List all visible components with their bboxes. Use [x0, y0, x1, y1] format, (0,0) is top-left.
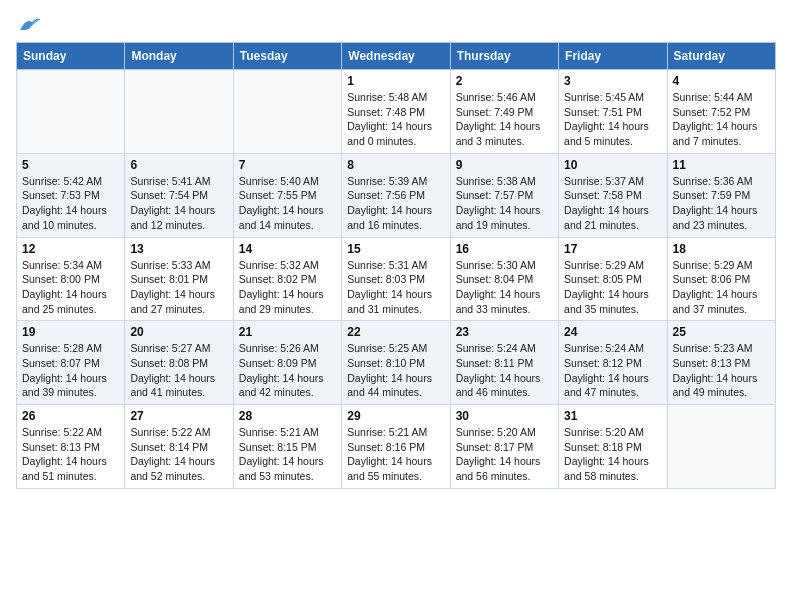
- day-number: 29: [347, 409, 444, 423]
- day-number: 6: [130, 158, 227, 172]
- day-info: Sunrise: 5:22 AMSunset: 8:14 PMDaylight:…: [130, 425, 227, 484]
- calendar-cell: 27Sunrise: 5:22 AMSunset: 8:14 PMDayligh…: [125, 405, 233, 489]
- calendar-header-row: SundayMondayTuesdayWednesdayThursdayFrid…: [17, 43, 776, 70]
- calendar-table: SundayMondayTuesdayWednesdayThursdayFrid…: [16, 42, 776, 489]
- day-info: Sunrise: 5:26 AMSunset: 8:09 PMDaylight:…: [239, 341, 336, 400]
- day-number: 11: [673, 158, 770, 172]
- day-info: Sunrise: 5:25 AMSunset: 8:10 PMDaylight:…: [347, 341, 444, 400]
- day-info: Sunrise: 5:21 AMSunset: 8:16 PMDaylight:…: [347, 425, 444, 484]
- calendar-cell: [125, 70, 233, 154]
- day-number: 31: [564, 409, 661, 423]
- day-number: 10: [564, 158, 661, 172]
- calendar-cell: 19Sunrise: 5:28 AMSunset: 8:07 PMDayligh…: [17, 321, 125, 405]
- calendar-cell: 13Sunrise: 5:33 AMSunset: 8:01 PMDayligh…: [125, 237, 233, 321]
- day-info: Sunrise: 5:22 AMSunset: 8:13 PMDaylight:…: [22, 425, 119, 484]
- day-info: Sunrise: 5:37 AMSunset: 7:58 PMDaylight:…: [564, 174, 661, 233]
- day-number: 21: [239, 325, 336, 339]
- day-info: Sunrise: 5:24 AMSunset: 8:12 PMDaylight:…: [564, 341, 661, 400]
- calendar-cell: 18Sunrise: 5:29 AMSunset: 8:06 PMDayligh…: [667, 237, 775, 321]
- day-number: 1: [347, 74, 444, 88]
- day-number: 17: [564, 242, 661, 256]
- calendar-cell: 26Sunrise: 5:22 AMSunset: 8:13 PMDayligh…: [17, 405, 125, 489]
- day-info: Sunrise: 5:34 AMSunset: 8:00 PMDaylight:…: [22, 258, 119, 317]
- calendar-cell: [667, 405, 775, 489]
- calendar-cell: 10Sunrise: 5:37 AMSunset: 7:58 PMDayligh…: [559, 153, 667, 237]
- day-info: Sunrise: 5:20 AMSunset: 8:18 PMDaylight:…: [564, 425, 661, 484]
- day-info: Sunrise: 5:33 AMSunset: 8:01 PMDaylight:…: [130, 258, 227, 317]
- day-number: 14: [239, 242, 336, 256]
- calendar-cell: 14Sunrise: 5:32 AMSunset: 8:02 PMDayligh…: [233, 237, 341, 321]
- header-thursday: Thursday: [450, 43, 558, 70]
- day-info: Sunrise: 5:27 AMSunset: 8:08 PMDaylight:…: [130, 341, 227, 400]
- calendar-cell: 29Sunrise: 5:21 AMSunset: 8:16 PMDayligh…: [342, 405, 450, 489]
- day-info: Sunrise: 5:46 AMSunset: 7:49 PMDaylight:…: [456, 90, 553, 149]
- day-info: Sunrise: 5:45 AMSunset: 7:51 PMDaylight:…: [564, 90, 661, 149]
- day-number: 24: [564, 325, 661, 339]
- day-number: 13: [130, 242, 227, 256]
- day-info: Sunrise: 5:42 AMSunset: 7:53 PMDaylight:…: [22, 174, 119, 233]
- calendar-cell: 8Sunrise: 5:39 AMSunset: 7:56 PMDaylight…: [342, 153, 450, 237]
- calendar-cell: 5Sunrise: 5:42 AMSunset: 7:53 PMDaylight…: [17, 153, 125, 237]
- day-info: Sunrise: 5:20 AMSunset: 8:17 PMDaylight:…: [456, 425, 553, 484]
- day-number: 15: [347, 242, 444, 256]
- calendar-cell: 24Sunrise: 5:24 AMSunset: 8:12 PMDayligh…: [559, 321, 667, 405]
- day-number: 9: [456, 158, 553, 172]
- day-number: 3: [564, 74, 661, 88]
- day-number: 26: [22, 409, 119, 423]
- day-number: 2: [456, 74, 553, 88]
- calendar-cell: 11Sunrise: 5:36 AMSunset: 7:59 PMDayligh…: [667, 153, 775, 237]
- day-number: 28: [239, 409, 336, 423]
- day-number: 12: [22, 242, 119, 256]
- header-friday: Friday: [559, 43, 667, 70]
- header-monday: Monday: [125, 43, 233, 70]
- day-info: Sunrise: 5:29 AMSunset: 8:06 PMDaylight:…: [673, 258, 770, 317]
- calendar-cell: [233, 70, 341, 154]
- header-wednesday: Wednesday: [342, 43, 450, 70]
- day-number: 22: [347, 325, 444, 339]
- calendar-cell: 1Sunrise: 5:48 AMSunset: 7:48 PMDaylight…: [342, 70, 450, 154]
- day-info: Sunrise: 5:31 AMSunset: 8:03 PMDaylight:…: [347, 258, 444, 317]
- calendar-cell: 2Sunrise: 5:46 AMSunset: 7:49 PMDaylight…: [450, 70, 558, 154]
- week-row-4: 19Sunrise: 5:28 AMSunset: 8:07 PMDayligh…: [17, 321, 776, 405]
- calendar-cell: 6Sunrise: 5:41 AMSunset: 7:54 PMDaylight…: [125, 153, 233, 237]
- day-number: 30: [456, 409, 553, 423]
- day-info: Sunrise: 5:36 AMSunset: 7:59 PMDaylight:…: [673, 174, 770, 233]
- day-number: 23: [456, 325, 553, 339]
- week-row-2: 5Sunrise: 5:42 AMSunset: 7:53 PMDaylight…: [17, 153, 776, 237]
- day-number: 7: [239, 158, 336, 172]
- calendar-cell: 4Sunrise: 5:44 AMSunset: 7:52 PMDaylight…: [667, 70, 775, 154]
- calendar-cell: 9Sunrise: 5:38 AMSunset: 7:57 PMDaylight…: [450, 153, 558, 237]
- day-info: Sunrise: 5:38 AMSunset: 7:57 PMDaylight:…: [456, 174, 553, 233]
- day-info: Sunrise: 5:32 AMSunset: 8:02 PMDaylight:…: [239, 258, 336, 317]
- day-number: 5: [22, 158, 119, 172]
- calendar-cell: 25Sunrise: 5:23 AMSunset: 8:13 PMDayligh…: [667, 321, 775, 405]
- header-saturday: Saturday: [667, 43, 775, 70]
- calendar-cell: [17, 70, 125, 154]
- calendar-cell: 21Sunrise: 5:26 AMSunset: 8:09 PMDayligh…: [233, 321, 341, 405]
- day-info: Sunrise: 5:29 AMSunset: 8:05 PMDaylight:…: [564, 258, 661, 317]
- calendar-cell: 22Sunrise: 5:25 AMSunset: 8:10 PMDayligh…: [342, 321, 450, 405]
- day-info: Sunrise: 5:23 AMSunset: 8:13 PMDaylight:…: [673, 341, 770, 400]
- header-sunday: Sunday: [17, 43, 125, 70]
- day-number: 27: [130, 409, 227, 423]
- day-info: Sunrise: 5:40 AMSunset: 7:55 PMDaylight:…: [239, 174, 336, 233]
- week-row-5: 26Sunrise: 5:22 AMSunset: 8:13 PMDayligh…: [17, 405, 776, 489]
- day-info: Sunrise: 5:30 AMSunset: 8:04 PMDaylight:…: [456, 258, 553, 317]
- day-number: 4: [673, 74, 770, 88]
- page-header: [16, 16, 776, 30]
- calendar-cell: 15Sunrise: 5:31 AMSunset: 8:03 PMDayligh…: [342, 237, 450, 321]
- calendar-cell: 12Sunrise: 5:34 AMSunset: 8:00 PMDayligh…: [17, 237, 125, 321]
- calendar-cell: 17Sunrise: 5:29 AMSunset: 8:05 PMDayligh…: [559, 237, 667, 321]
- day-info: Sunrise: 5:41 AMSunset: 7:54 PMDaylight:…: [130, 174, 227, 233]
- day-number: 25: [673, 325, 770, 339]
- calendar-cell: 30Sunrise: 5:20 AMSunset: 8:17 PMDayligh…: [450, 405, 558, 489]
- calendar-cell: 16Sunrise: 5:30 AMSunset: 8:04 PMDayligh…: [450, 237, 558, 321]
- week-row-1: 1Sunrise: 5:48 AMSunset: 7:48 PMDaylight…: [17, 70, 776, 154]
- logo-bird-icon: [18, 16, 40, 34]
- calendar-cell: 31Sunrise: 5:20 AMSunset: 8:18 PMDayligh…: [559, 405, 667, 489]
- header-tuesday: Tuesday: [233, 43, 341, 70]
- day-number: 20: [130, 325, 227, 339]
- logo: [16, 16, 40, 30]
- day-info: Sunrise: 5:39 AMSunset: 7:56 PMDaylight:…: [347, 174, 444, 233]
- calendar-cell: 7Sunrise: 5:40 AMSunset: 7:55 PMDaylight…: [233, 153, 341, 237]
